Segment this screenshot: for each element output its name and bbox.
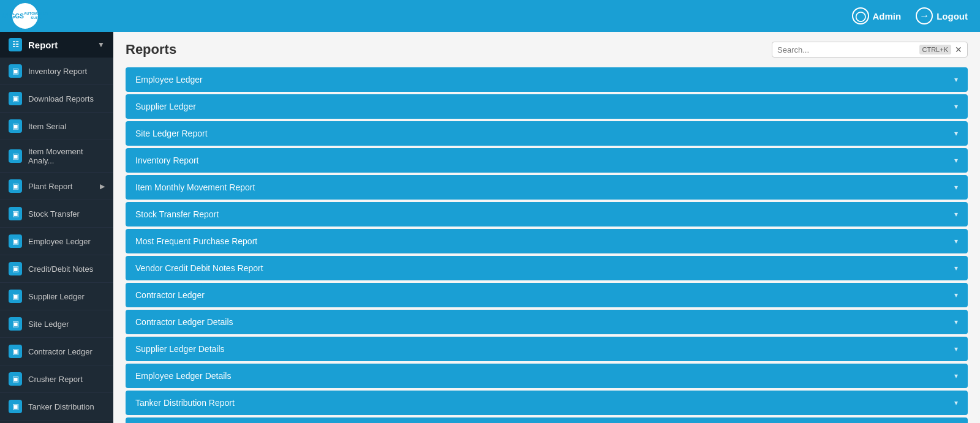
search-input[interactable]: [777, 45, 916, 54]
report-item-label-site-ledger-report: Site Ledger Report: [135, 129, 208, 138]
app-header: NYGGS AUTOMATION SUITE ◯ Admin → Logout: [0, 0, 980, 32]
sidebar-label-plant-report: Plant Report: [28, 182, 72, 191]
sidebar-item-contractor-ledger[interactable]: ▣Contractor Ledger: [0, 338, 113, 365]
report-item-equipment-ledger-report[interactable]: Equipment Ledger Report▾: [126, 417, 968, 423]
main-content: Reports CTRL+K ✕ Employee Ledger▾Supplie…: [113, 32, 980, 423]
report-item-label-inventory-report: Inventory Report: [135, 155, 199, 165]
sidebar-icon-crusher-report: ▣: [9, 372, 22, 386]
sidebar-item-left-download-reports: ▣Download Reports: [9, 92, 94, 105]
chevron-down-icon: ▾: [954, 318, 958, 326]
report-item-label-stock-transfer-report: Stock Transfer Report: [135, 209, 219, 219]
chevron-down-icon: ▼: [97, 40, 105, 49]
chevron-down-icon: ▾: [954, 399, 958, 407]
report-item-stock-transfer-report[interactable]: Stock Transfer Report▾: [126, 202, 968, 226]
sidebar-label-contractor-ledger: Contractor Ledger: [28, 347, 92, 356]
report-item-contractor-ledger-details[interactable]: Contractor Ledger Details▾: [126, 310, 968, 334]
logo-icon: NYGGS AUTOMATION SUITE: [12, 3, 38, 29]
sidebar-item-plant-report[interactable]: ▣Plant Report▶: [0, 173, 113, 200]
sidebar-item-employee-ledger[interactable]: ▣Employee Ledger: [0, 228, 113, 255]
chevron-down-icon: ▾: [954, 210, 958, 219]
sidebar-label-inventory-report: Inventory Report: [28, 67, 87, 76]
sidebar-item-left-contractor-ledger: ▣Contractor Ledger: [9, 345, 92, 358]
sidebar-icon-inventory-report: ▣: [9, 64, 22, 78]
report-item-site-ledger-report[interactable]: Site Ledger Report▾: [126, 121, 968, 146]
sidebar-item-left-employee-ledger: ▣Employee Ledger: [9, 234, 91, 248]
sidebar-header-content: ☷ Report: [9, 38, 58, 51]
main-inner: Reports CTRL+K ✕ Employee Ledger▾Supplie…: [113, 32, 980, 423]
report-item-label-tanker-distribution-report: Tanker Distribution Report: [135, 398, 235, 408]
sidebar-item-supplier-ledger[interactable]: ▣Supplier Ledger: [0, 283, 113, 310]
sidebar-label-employee-ledger: Employee Ledger: [28, 237, 91, 246]
report-item-contractor-ledger[interactable]: Contractor Ledger▾: [126, 283, 968, 307]
report-item-most-frequent-purchase[interactable]: Most Frequent Purchase Report▾: [126, 229, 968, 253]
report-item-label-most-frequent-purchase: Most Frequent Purchase Report: [135, 236, 257, 246]
sidebar-item-left-item-movement-analysis: ▣Item Movement Analy...: [9, 147, 105, 165]
chevron-down-icon: ▾: [954, 372, 958, 380]
sidebar-item-credit-debit-notes[interactable]: ▣Credit/Debit Notes: [0, 255, 113, 283]
sidebar-label-credit-debit-notes: Credit/Debit Notes: [28, 264, 93, 274]
sidebar-item-left-site-ledger: ▣Site Ledger: [9, 317, 69, 331]
sidebar-item-stock-transfer[interactable]: ▣Stock Transfer: [0, 200, 113, 228]
chevron-down-icon: ▾: [954, 75, 958, 84]
sidebar-label-item-movement-analysis: Item Movement Analy...: [28, 147, 105, 165]
logout-button[interactable]: → Logout: [916, 7, 968, 24]
report-item-tanker-distribution-report[interactable]: Tanker Distribution Report▾: [126, 391, 968, 415]
sidebar-item-crusher-report[interactable]: ▣Crusher Report: [0, 365, 113, 393]
sidebar-icon-contractor-ledger: ▣: [9, 345, 22, 358]
report-item-label-item-monthly-movement: Item Monthly Movement Report: [135, 182, 255, 192]
sidebar-icon-download-reports: ▣: [9, 92, 22, 105]
sidebar-item-left-item-serial: ▣Item Serial: [9, 119, 66, 133]
sidebar-item-item-serial[interactable]: ▣Item Serial: [0, 113, 113, 140]
chevron-down-icon: ▾: [954, 129, 958, 138]
sidebar-item-download-reports[interactable]: ▣Download Reports: [0, 85, 113, 113]
report-item-vendor-credit-debit[interactable]: Vendor Credit Debit Notes Report▾: [126, 256, 968, 280]
sidebar-item-weighbridge-report[interactable]: ▣weighBridge Report: [0, 421, 113, 423]
sidebar-item-tanker-distribution[interactable]: ▣Tanker Distribution: [0, 393, 113, 421]
report-item-inventory-report[interactable]: Inventory Report▾: [126, 148, 968, 173]
report-item-label-employee-ledger: Employee Ledger: [135, 75, 203, 84]
search-shortcut-badge: CTRL+K: [919, 45, 952, 54]
sidebar-icon-item-movement-analysis: ▣: [9, 149, 22, 163]
report-item-employee-ledger-details[interactable]: Employee Ledger Details▾: [126, 364, 968, 388]
sidebar-icon-site-ledger: ▣: [9, 317, 22, 331]
sidebar-label-supplier-ledger: Supplier Ledger: [28, 292, 85, 301]
header-actions: ◯ Admin → Logout: [852, 7, 968, 24]
sidebar-item-left-supplier-ledger: ▣Supplier Ledger: [9, 290, 85, 303]
report-item-employee-ledger[interactable]: Employee Ledger▾: [126, 67, 968, 92]
sidebar-label-crusher-report: Crusher Report: [28, 375, 83, 384]
sidebar-item-item-movement-analysis[interactable]: ▣Item Movement Analy...: [0, 140, 113, 173]
sidebar-label-item-serial: Item Serial: [28, 122, 66, 131]
report-list: Employee Ledger▾Supplier Ledger▾Site Led…: [126, 67, 968, 423]
chevron-down-icon: ▾: [954, 264, 958, 272]
logo: NYGGS AUTOMATION SUITE: [12, 3, 38, 29]
sidebar-label-stock-transfer: Stock Transfer: [28, 209, 80, 219]
sidebar-item-left-credit-debit-notes: ▣Credit/Debit Notes: [9, 262, 93, 275]
main-layout: ☷ Report ▼ ▣Inventory Report▣Download Re…: [0, 32, 980, 423]
user-menu[interactable]: ◯ Admin: [852, 7, 902, 24]
report-item-label-contractor-ledger-details: Contractor Ledger Details: [135, 317, 233, 327]
sidebar-icon-credit-debit-notes: ▣: [9, 262, 22, 275]
sidebar-item-left-stock-transfer: ▣Stock Transfer: [9, 207, 80, 220]
report-item-label-employee-ledger-details: Employee Ledger Details: [135, 371, 231, 381]
sidebar-item-inventory-report[interactable]: ▣Inventory Report: [0, 58, 113, 85]
logout-icon: →: [916, 7, 933, 24]
sidebar-icon-stock-transfer: ▣: [9, 207, 22, 220]
report-item-label-supplier-ledger: Supplier Ledger: [135, 102, 196, 111]
sidebar-item-site-ledger[interactable]: ▣Site Ledger: [0, 310, 113, 338]
report-item-supplier-ledger-details[interactable]: Supplier Ledger Details▾: [126, 337, 968, 361]
chevron-down-icon: ▾: [954, 345, 958, 353]
page-title: Reports: [126, 42, 176, 58]
report-item-label-contractor-ledger: Contractor Ledger: [135, 290, 205, 300]
report-item-supplier-ledger[interactable]: Supplier Ledger▾: [126, 94, 968, 119]
sidebar-header[interactable]: ☷ Report ▼: [0, 32, 113, 58]
report-item-item-monthly-movement[interactable]: Item Monthly Movement Report▾: [126, 175, 968, 200]
search-clear-icon[interactable]: ✕: [955, 45, 962, 54]
sidebar-label-download-reports: Download Reports: [28, 94, 94, 103]
chevron-down-icon: ▾: [954, 156, 958, 165]
sidebar-icon-item-serial: ▣: [9, 119, 22, 133]
chevron-down-icon: ▾: [954, 183, 958, 192]
chevron-down-icon: ▾: [954, 237, 958, 245]
sidebar-icon-supplier-ledger: ▣: [9, 290, 22, 303]
chevron-down-icon: ▾: [954, 291, 958, 299]
report-item-label-vendor-credit-debit: Vendor Credit Debit Notes Report: [135, 263, 263, 273]
